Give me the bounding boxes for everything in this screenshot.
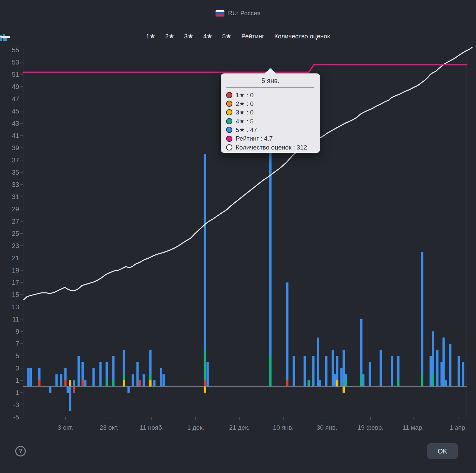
bar-segment-5star[interactable]	[163, 374, 165, 387]
bar-segment-5star[interactable]	[30, 368, 32, 387]
legend-item-4star[interactable]: 4★	[203, 32, 213, 40]
series-dot	[226, 118, 232, 124]
bar-segment-4star[interactable]	[432, 374, 434, 387]
bar-segment-5star[interactable]	[430, 356, 432, 387]
bar-segment-5star-negative[interactable]	[128, 387, 130, 393]
bar-segment-5star-negative[interactable]	[49, 387, 52, 393]
bar-segment-5star[interactable]	[207, 362, 209, 387]
bar-segment-5star[interactable]	[149, 350, 152, 374]
legend-item-2star[interactable]: 2★	[165, 32, 174, 40]
series-dot	[226, 136, 232, 142]
bar-segment-3star-negative[interactable]	[343, 387, 345, 393]
bar-segment-4star[interactable]	[421, 374, 423, 387]
bar-segment-5star[interactable]	[391, 356, 393, 387]
bar-segment-4star[interactable]	[112, 380, 115, 387]
bar-segment-5star[interactable]	[64, 368, 67, 380]
bar-segment-5star[interactable]	[304, 356, 306, 387]
bar-segment-5star[interactable]	[421, 252, 423, 374]
bar-segment-5star[interactable]	[317, 338, 319, 387]
bar-segment-5star[interactable]	[286, 282, 289, 380]
bar-segment-5star[interactable]	[334, 374, 337, 387]
bar-segment-5star[interactable]	[312, 356, 315, 387]
bar-segment-4star[interactable]	[269, 356, 272, 387]
tooltip-row: 5★ : 47	[221, 126, 320, 134]
bar-segment-5star[interactable]	[443, 338, 445, 387]
bar-segment-5star[interactable]	[73, 380, 75, 387]
bar-segment-4star[interactable]	[204, 350, 206, 381]
legend-item-3star[interactable]: 3★	[184, 32, 193, 40]
bar-segment-4star[interactable]	[360, 374, 363, 387]
bar-segment-1star[interactable]	[64, 380, 67, 387]
bar-segment-5star[interactable]	[123, 350, 125, 374]
bar-segment-5star[interactable]	[445, 380, 447, 387]
bar-segment-3star-negative[interactable]	[204, 387, 206, 393]
bar-segment-5star[interactable]	[380, 350, 382, 387]
bar-segment-5star[interactable]	[319, 380, 321, 387]
bar-segment-5star[interactable]	[336, 356, 338, 380]
question-mark-icon: ?	[19, 448, 22, 454]
chart-tooltip: 5 янв. 1★ : 02★ : 03★ : 04★ : 55★ : 47Ре…	[221, 73, 320, 153]
bar-segment-5star[interactable]	[27, 368, 30, 387]
bar-segment-5star[interactable]	[60, 374, 62, 387]
bar-segment-5star[interactable]	[153, 380, 156, 387]
bar-segment-5star[interactable]	[132, 374, 134, 387]
bar-segment-5star[interactable]	[143, 374, 145, 387]
help-button[interactable]: ?	[15, 446, 26, 456]
bar-segment-5star[interactable]	[340, 368, 343, 387]
bar-segment-5star[interactable]	[397, 356, 400, 380]
bar-segment-3star[interactable]	[336, 380, 338, 387]
bar-segment-1star[interactable]	[38, 380, 41, 387]
bar-segment-5star[interactable]	[84, 380, 87, 387]
bar-segment-1star[interactable]	[204, 380, 206, 387]
bar-segment-5star-negative[interactable]	[67, 387, 69, 393]
bar-segment-1star[interactable]	[286, 380, 289, 387]
bar-segment-5star-negative[interactable]	[69, 387, 71, 411]
bar-segment-5star[interactable]	[436, 350, 439, 387]
bar-segment-5star[interactable]	[462, 362, 464, 387]
bar-segment-4star[interactable]	[123, 374, 125, 381]
bar-segment-5star[interactable]	[362, 374, 365, 387]
ok-button[interactable]: OK	[427, 443, 458, 459]
bar-segment-5star[interactable]	[432, 331, 434, 374]
bar-segment-5star[interactable]	[345, 374, 347, 381]
count-line-icon	[0, 32, 11, 41]
bar-segment-5star[interactable]	[160, 368, 162, 387]
bar-segment-5star[interactable]	[369, 362, 371, 387]
y-axis-label: 37	[12, 156, 19, 164]
bar-segment-4star[interactable]	[345, 380, 347, 387]
bar-segment-4star[interactable]	[397, 380, 400, 387]
x-axis-label: 23 окт.	[99, 424, 118, 431]
bar-segment-5star[interactable]	[293, 356, 295, 387]
bar-segment-5star[interactable]	[82, 362, 84, 381]
bar-segment-4star[interactable]	[308, 380, 310, 387]
bar-segment-5star[interactable]	[449, 344, 452, 387]
bar-segment-4star[interactable]	[106, 380, 108, 387]
legend-item-1star[interactable]: 1★	[146, 32, 155, 40]
legend-item-rating[interactable]: Рейтинг	[241, 33, 264, 40]
bar-segment-4star[interactable]	[149, 374, 152, 381]
bar-segment-1star[interactable]	[82, 380, 84, 387]
bar-segment-5star[interactable]	[38, 368, 41, 380]
bar-segment-3star[interactable]	[149, 380, 152, 387]
bar-segment-5star[interactable]	[441, 362, 443, 387]
bar-segment-5star[interactable]	[458, 356, 460, 387]
legend-item-count[interactable]: Количество оценок	[274, 33, 330, 40]
bar-segment-5star[interactable]	[106, 362, 108, 381]
bar-segment-5star[interactable]	[56, 374, 58, 387]
bar-segment-3star[interactable]	[69, 380, 71, 387]
legend-item-5star[interactable]: 5★	[222, 32, 231, 40]
bar-segment-1star-negative[interactable]	[73, 387, 75, 393]
bar-segment-5star[interactable]	[93, 368, 95, 387]
bar-segment-5star[interactable]	[360, 319, 363, 374]
bar-segment-1star[interactable]	[139, 380, 141, 387]
y-axis-label: 5	[16, 352, 19, 360]
bar-segment-5star[interactable]	[332, 350, 334, 387]
bar-segment-5star[interactable]	[325, 356, 328, 387]
bar-segment-5star[interactable]	[78, 356, 80, 387]
bar-segment-5star[interactable]	[204, 154, 206, 350]
bar-segment-5star[interactable]	[112, 356, 115, 380]
bar-segment-3star[interactable]	[123, 380, 125, 387]
bar-segment-5star[interactable]	[137, 362, 139, 387]
bar-segment-5star[interactable]	[343, 350, 345, 387]
bar-segment-5star[interactable]	[99, 362, 102, 387]
